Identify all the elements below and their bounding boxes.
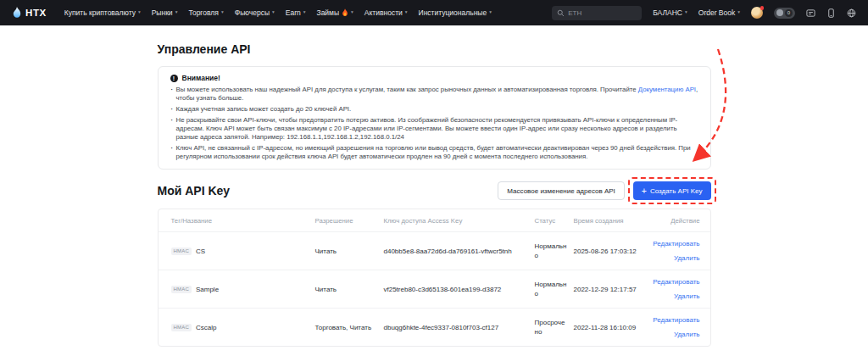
edit-link[interactable]: Редактировать — [652, 313, 700, 327]
created-time-cell: 2025-08-26 17:03:12 — [574, 248, 652, 255]
create-api-key-button[interactable]: + Создать API Key — [633, 181, 711, 200]
balance-menu[interactable]: БАЛАНС▾ — [653, 8, 687, 17]
chevron-down-icon: ▾ — [138, 10, 141, 15]
created-time-cell: 2022-11-28 16:10:09 — [574, 324, 652, 331]
api-key-section-header: Мой API Key Массовое изменение адресов A… — [158, 181, 711, 200]
nav-institutional[interactable]: Институциональные▾ — [419, 8, 492, 17]
table-header-row: Тег/Название Разрешение Ключ доступа Acc… — [159, 209, 710, 231]
user-avatar[interactable] — [751, 7, 763, 19]
rewards-count: 0 — [785, 9, 793, 17]
warning-title-row: ! Внимание! — [170, 74, 698, 82]
coin-icon — [776, 9, 783, 16]
actions-cell: Редактировать Удалить — [652, 275, 700, 303]
chevron-down-icon: ▾ — [175, 10, 178, 15]
table-row: HMAC Cscalp Торговать, Читать dbuqg6hkte… — [159, 308, 710, 346]
chevron-down-icon: ▾ — [351, 10, 353, 15]
nav-futures[interactable]: Фьючерсы▾ — [235, 8, 275, 17]
permission-cell: Торговать, Читать — [315, 324, 384, 331]
access-key-cell: vf25treb80-c3d65138-601ea199-d3872 — [384, 286, 535, 293]
delete-link[interactable]: Удалить — [652, 251, 700, 265]
chevron-down-icon: ▾ — [489, 10, 492, 15]
col-status: Статус — [535, 217, 574, 225]
hmac-badge: HMAC — [171, 324, 192, 331]
col-actions: Действие — [652, 217, 700, 225]
col-access-key: Ключ доступа Access Key — [384, 217, 535, 225]
key-name: Sample — [196, 286, 219, 293]
edit-link[interactable]: Редактировать — [652, 236, 700, 251]
status-badge: Нормально — [535, 242, 567, 260]
col-permission: Разрешение — [315, 217, 384, 225]
hmac-badge: HMAC — [171, 248, 192, 255]
nav-trade[interactable]: Торговля▾ — [188, 8, 223, 17]
status-badge: Просрочено — [535, 318, 567, 337]
chevron-down-icon: ▾ — [221, 10, 224, 15]
order-book-menu[interactable]: Order Book▾ — [698, 8, 740, 17]
warning-title: Внимание! — [182, 74, 220, 82]
status-badge: Нормально — [535, 280, 567, 298]
actions-cell: Редактировать Удалить — [652, 236, 700, 265]
key-name-cell: HMAC Cscalp — [171, 324, 315, 331]
table-row: HMAC Sample Читать vf25treb80-c3d65138-6… — [159, 270, 710, 308]
permission-cell: Читать — [315, 286, 384, 293]
edit-link[interactable]: Редактировать — [652, 275, 700, 289]
api-management-page: Управление API ! Внимание! Вы можете исп… — [158, 42, 711, 347]
exclamation-icon: ! — [170, 75, 178, 82]
table-row: HMAC CS Читать d40bb5e8-8aa72d6d-da76916… — [159, 231, 710, 270]
delete-link[interactable]: Удалить — [652, 327, 700, 342]
bulk-edit-addresses-button[interactable]: Массовое изменение адресов API — [498, 181, 624, 200]
chevron-down-icon: ▾ — [303, 10, 306, 15]
nav-activities[interactable]: Активности▾ — [364, 8, 408, 17]
fire-icon — [342, 8, 348, 17]
section-buttons: Массовое изменение адресов API + Создать… — [498, 181, 710, 200]
plus-icon: + — [642, 186, 647, 196]
htx-flame-icon — [12, 7, 22, 19]
col-tag-name: Тег/Название — [171, 217, 315, 225]
search-box[interactable] — [552, 6, 642, 20]
key-name: Cscalp — [196, 324, 216, 331]
access-key-cell: dbuqg6hkte-4fec9337-0810f703-cf127 — [384, 324, 535, 331]
chevron-down-icon: ▾ — [405, 10, 408, 15]
htx-logo[interactable]: HTX — [12, 7, 47, 19]
chevron-down-icon: ▾ — [737, 10, 740, 15]
chevron-down-icon: ▾ — [272, 10, 275, 15]
navbar-right: БАЛАНС▾ Order Book▾ 0 — [552, 6, 856, 20]
nav-markets[interactable]: Рынки▾ — [152, 8, 178, 17]
warning-item: Не раскрывайте свои API-ключи, чтобы пре… — [170, 116, 698, 142]
language-globe-icon[interactable] — [847, 8, 856, 18]
search-icon — [557, 9, 565, 17]
rewards-badge[interactable]: 0 — [774, 8, 795, 19]
nav-buy-crypto[interactable]: Купить криптовалюту▾ — [64, 8, 141, 17]
notification-dot — [760, 6, 765, 10]
chevron-down-icon: ▾ — [685, 10, 687, 15]
delete-link[interactable]: Удалить — [652, 289, 700, 303]
brand-name: HTX — [25, 8, 47, 18]
nav-earn[interactable]: Earn▾ — [286, 8, 306, 17]
col-created: Время создания — [574, 217, 652, 225]
hmac-badge: HMAC — [171, 286, 192, 293]
actions-cell: Редактировать Удалить — [652, 313, 700, 342]
create-api-key-wrap: + Создать API Key — [633, 181, 711, 200]
warning-item: Ключ API, не связанный с IP-адресом, но … — [170, 144, 698, 161]
search-input[interactable] — [568, 9, 637, 17]
access-key-cell: d40bb5e8-8aa72d6d-da769161-vftwcr5tnh — [384, 248, 535, 255]
app-download-icon[interactable] — [826, 8, 836, 18]
messages-icon[interactable] — [806, 8, 815, 18]
section-title: Мой API Key — [158, 184, 231, 197]
warning-item: Вы можете использовать наш надежный API … — [170, 86, 698, 103]
key-name-cell: HMAC CS — [171, 248, 315, 255]
permission-cell: Читать — [315, 248, 384, 255]
top-navbar: HTX Купить криптовалюту▾ Рынки▾ Торговля… — [0, 0, 868, 25]
key-name: CS — [196, 248, 205, 255]
nav-loans[interactable]: Займы ▾ — [317, 8, 353, 17]
key-name-cell: HMAC Sample — [171, 286, 315, 293]
warning-panel: ! Внимание! Вы можете использовать наш н… — [158, 66, 711, 170]
api-keys-table: Тег/Название Разрешение Ключ доступа Acc… — [158, 209, 711, 347]
warning-item: Каждая учетная запись может создать до 2… — [170, 105, 698, 114]
page-title: Управление API — [158, 42, 711, 56]
api-docs-link[interactable]: Документацию API — [638, 86, 696, 93]
warning-list: Вы можете использовать наш надежный API … — [170, 86, 698, 161]
created-time-cell: 2022-12-29 12:17:57 — [574, 286, 652, 293]
